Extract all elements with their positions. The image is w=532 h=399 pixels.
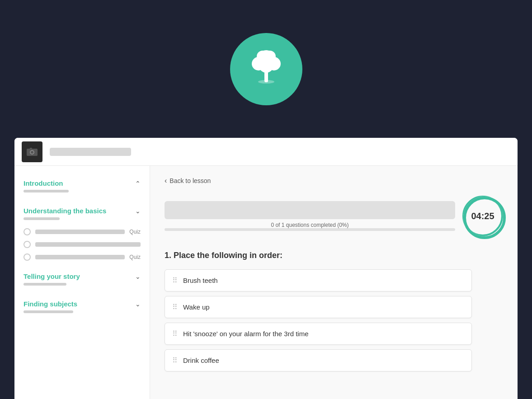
sidebar-radio-1[interactable] (24, 228, 31, 235)
sidebar-item-label-1 (35, 230, 125, 234)
main-container: Introduction ⌃ Understanding the basics … (14, 138, 518, 399)
hero-section (0, 0, 532, 138)
drag-item-text-3: Drink coffee (183, 357, 219, 364)
logo-circle (230, 33, 302, 105)
main-panel: ‹ Back to lesson 0 of 1 questions comple… (150, 166, 518, 399)
progress-left: 0 of 1 questions completed (0%) (165, 201, 455, 231)
drag-handle-icon-2: ⠿ (172, 329, 178, 338)
sidebar-section-title-finding: Finding subjects (24, 300, 77, 308)
back-label: Back to lesson (169, 177, 211, 184)
sidebar-section-bar-telling (24, 283, 66, 286)
chevron-down-icon-understanding: ⌄ (135, 207, 141, 215)
sidebar-section-bar-introduction (24, 190, 69, 192)
drag-handle-icon-1: ⠿ (172, 303, 178, 311)
timer-circle: 04:25 (462, 196, 503, 236)
drag-item-2[interactable]: ⠿ Hit 'snooze' on your alarm for the 3rd… (165, 323, 472, 345)
sidebar-section-title-introduction: Introduction (24, 179, 63, 187)
sidebar-item-1: Quiz (24, 225, 141, 238)
sidebar-section-introduction: Introduction ⌃ (14, 175, 150, 202)
sidebar-section-title-understanding: Understanding the basics (24, 207, 106, 215)
drag-handle-icon-3: ⠿ (172, 356, 178, 365)
camera-icon (26, 146, 38, 158)
drag-item-1[interactable]: ⠿ Wake up (165, 296, 472, 318)
course-thumbnail (22, 141, 42, 162)
sidebar-item-quiz-1: Quiz (129, 229, 141, 235)
sidebar-radio-2[interactable] (24, 241, 31, 248)
sidebar-section-title-telling: Telling your story (24, 272, 80, 280)
timer-svg (462, 196, 507, 240)
sidebar-item-quiz-3: Quiz (129, 254, 141, 260)
sidebar-section-header-finding[interactable]: Finding subjects ⌄ (24, 300, 141, 308)
sidebar-section-header-telling[interactable]: Telling your story ⌄ (24, 272, 141, 280)
svg-point-10 (31, 151, 33, 154)
sidebar-radio-3[interactable] (24, 253, 31, 261)
progress-track (165, 228, 455, 231)
drag-item-text-2: Hit 'snooze' on your alarm for the 3rd t… (183, 330, 309, 338)
drag-handle-icon-0: ⠿ (172, 276, 178, 285)
drag-item-3[interactable]: ⠿ Drink coffee (165, 349, 472, 371)
sidebar-section-understanding: Understanding the basics ⌄ Quiz (14, 202, 150, 268)
drag-item-text-0: Brush teeth (183, 277, 218, 284)
sidebar-item-label-3 (35, 255, 125, 259)
progress-text: 0 of 1 questions completed (0%) (165, 222, 455, 228)
sidebar-item-3: Quiz (24, 251, 141, 263)
sidebar-section-bar-finding (24, 310, 73, 313)
drag-items-container: ⠿ Brush teeth ⠿ Wake up ⠿ Hit 'snooze' o… (165, 269, 472, 371)
sidebar-item-2 (24, 238, 141, 251)
content-layout: Introduction ⌃ Understanding the basics … (14, 166, 518, 399)
back-chevron-icon: ‹ (165, 177, 167, 185)
progress-bar-container (165, 201, 455, 219)
drag-item-text-1: Wake up (183, 303, 210, 311)
svg-rect-1 (264, 71, 268, 82)
chevron-down-icon-telling: ⌄ (135, 273, 141, 280)
course-title-placeholder (50, 148, 131, 156)
question-text: 1. Place the following in order: (165, 251, 503, 260)
back-to-lesson-link[interactable]: ‹ Back to lesson (165, 177, 503, 185)
sidebar-section-bar-understanding (24, 217, 60, 220)
svg-point-7 (264, 51, 276, 62)
bonsai-logo-icon (244, 47, 289, 92)
sidebar-section-header-understanding[interactable]: Understanding the basics ⌄ (24, 207, 141, 215)
drag-item-0[interactable]: ⠿ Brush teeth (165, 269, 472, 291)
top-bar (14, 138, 518, 166)
sidebar: Introduction ⌃ Understanding the basics … (14, 166, 150, 399)
chevron-up-icon: ⌃ (135, 180, 141, 187)
sidebar-section-header-introduction[interactable]: Introduction ⌃ (24, 179, 141, 187)
sidebar-section-telling: Telling your story ⌄ (14, 268, 150, 296)
svg-rect-11 (30, 148, 32, 149)
chevron-down-icon-finding: ⌄ (135, 300, 141, 308)
sidebar-item-label-2 (35, 242, 141, 247)
sidebar-section-finding: Finding subjects ⌄ (14, 296, 150, 323)
progress-row: 0 of 1 questions completed (0%) 04:25 (165, 196, 503, 236)
svg-point-13 (465, 198, 504, 238)
